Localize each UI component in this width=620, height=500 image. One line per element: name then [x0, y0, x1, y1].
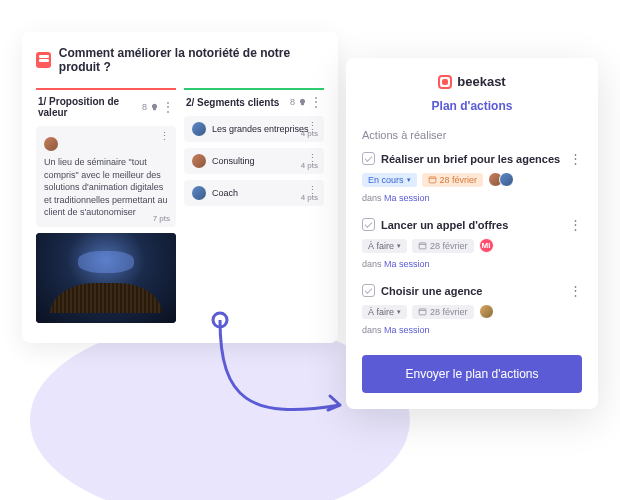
- action-item: Lancer un appel d'offres ⋮ À faire▾ 28 f…: [362, 217, 582, 269]
- calendar-icon: [428, 175, 437, 184]
- card-text: Un lieu de séminaire "tout compris" avec…: [44, 156, 168, 219]
- date-chip[interactable]: 28 février: [412, 239, 474, 253]
- action-title[interactable]: Choisir une agence: [381, 285, 563, 297]
- action-item: Réaliser un brief pour les agences ⋮ En …: [362, 151, 582, 203]
- board-header: Comment améliorer la notoriété de notre …: [36, 46, 324, 74]
- card-count: 8: [290, 97, 295, 107]
- card-text: Consulting: [212, 156, 255, 166]
- assignees[interactable]: [488, 172, 514, 187]
- date-chip[interactable]: 28 février: [422, 173, 484, 187]
- action-plan-panel: beekast Plan d'actions Actions à réalise…: [346, 58, 598, 409]
- board-title: Comment améliorer la notoriété de notre …: [59, 46, 324, 74]
- action-title[interactable]: Réaliser un brief pour les agences: [381, 153, 563, 165]
- column-title: 1/ Proposition de valeur: [38, 96, 142, 118]
- image-card[interactable]: [36, 233, 176, 323]
- column-header[interactable]: 2/ Segments clients 8 ⋮: [184, 88, 324, 116]
- checkbox-icon[interactable]: [362, 152, 375, 165]
- kanban-board: Comment améliorer la notoriété de notre …: [22, 32, 338, 343]
- session-link-row: dans Ma session: [362, 259, 582, 269]
- assignees[interactable]: MI: [479, 238, 494, 253]
- status-label: En cours: [368, 175, 404, 185]
- action-title[interactable]: Lancer un appel d'offres: [381, 219, 563, 231]
- send-plan-button[interactable]: Envoyer le plan d'actions: [362, 355, 582, 393]
- date-chip[interactable]: 28 février: [412, 305, 474, 319]
- avatar: MI: [479, 238, 494, 253]
- date-label: 28 février: [430, 307, 468, 317]
- status-label: À faire: [368, 307, 394, 317]
- action-menu-icon[interactable]: ⋮: [569, 283, 582, 298]
- session-link[interactable]: Ma session: [384, 325, 430, 335]
- avatar: [499, 172, 514, 187]
- bulb-icon: [150, 103, 159, 112]
- card-points: 4 pts: [301, 193, 318, 202]
- chevron-down-icon: ▾: [407, 176, 411, 184]
- checkbox-icon[interactable]: [362, 284, 375, 297]
- session-link-row: dans Ma session: [362, 325, 582, 335]
- chevron-down-icon: ▾: [397, 308, 401, 316]
- card-points: 7 pts: [153, 214, 170, 223]
- conference-image: [36, 233, 176, 323]
- idea-card[interactable]: ⋮ Un lieu de séminaire "tout compris" av…: [36, 126, 176, 227]
- status-select[interactable]: En cours▾: [362, 173, 417, 187]
- avatar: [479, 304, 494, 319]
- avatar: [192, 154, 206, 168]
- column-segments: 2/ Segments clients 8 ⋮ Les grandes entr…: [184, 88, 324, 329]
- column-meta: 8 ⋮: [290, 96, 322, 108]
- date-label: 28 février: [430, 241, 468, 251]
- status-select[interactable]: À faire▾: [362, 305, 407, 319]
- card-menu-icon[interactable]: ⋮: [159, 130, 170, 143]
- column-meta: 8 ⋮: [142, 101, 174, 113]
- brand-icon: [438, 75, 452, 89]
- status-label: À faire: [368, 241, 394, 251]
- svg-rect-3: [419, 309, 426, 315]
- column-menu-icon[interactable]: ⋮: [310, 96, 322, 108]
- column-menu-icon[interactable]: ⋮: [162, 101, 174, 113]
- action-menu-icon[interactable]: ⋮: [569, 151, 582, 166]
- brand-name: beekast: [457, 74, 505, 89]
- action-item: Choisir une agence ⋮ À faire▾ 28 février…: [362, 283, 582, 335]
- card-points: 4 pts: [301, 161, 318, 170]
- session-link[interactable]: Ma session: [384, 259, 430, 269]
- action-menu-icon[interactable]: ⋮: [569, 217, 582, 232]
- card-text: Coach: [212, 188, 238, 198]
- session-link[interactable]: Ma session: [384, 193, 430, 203]
- idea-card[interactable]: Consulting ⋮ 4 pts: [184, 148, 324, 174]
- checkbox-icon[interactable]: [362, 218, 375, 231]
- status-select[interactable]: À faire▾: [362, 239, 407, 253]
- svg-rect-1: [429, 177, 436, 183]
- idea-card[interactable]: Les grandes entreprises ⋮ 4 pts: [184, 116, 324, 142]
- brand: beekast: [362, 74, 582, 89]
- avatar: [44, 137, 58, 151]
- avatar: [192, 186, 206, 200]
- panel-title: Plan d'actions: [362, 99, 582, 113]
- column-title: 2/ Segments clients: [186, 97, 279, 108]
- idea-card[interactable]: Coach ⋮ 4 pts: [184, 180, 324, 206]
- card-points: 4 pts: [301, 129, 318, 138]
- section-label: Actions à réaliser: [362, 129, 582, 141]
- board-icon: [36, 52, 51, 68]
- bulb-icon: [298, 98, 307, 107]
- calendar-icon: [418, 241, 427, 250]
- svg-rect-2: [419, 243, 426, 249]
- date-label: 28 février: [440, 175, 478, 185]
- avatar: [192, 122, 206, 136]
- column-header[interactable]: 1/ Proposition de valeur 8 ⋮: [36, 88, 176, 126]
- card-text: Les grandes entreprises: [212, 124, 309, 134]
- assignees[interactable]: [479, 304, 494, 319]
- calendar-icon: [418, 307, 427, 316]
- session-link-row: dans Ma session: [362, 193, 582, 203]
- chevron-down-icon: ▾: [397, 242, 401, 250]
- card-count: 8: [142, 102, 147, 112]
- column-value-prop: 1/ Proposition de valeur 8 ⋮ ⋮ Un lieu d…: [36, 88, 176, 329]
